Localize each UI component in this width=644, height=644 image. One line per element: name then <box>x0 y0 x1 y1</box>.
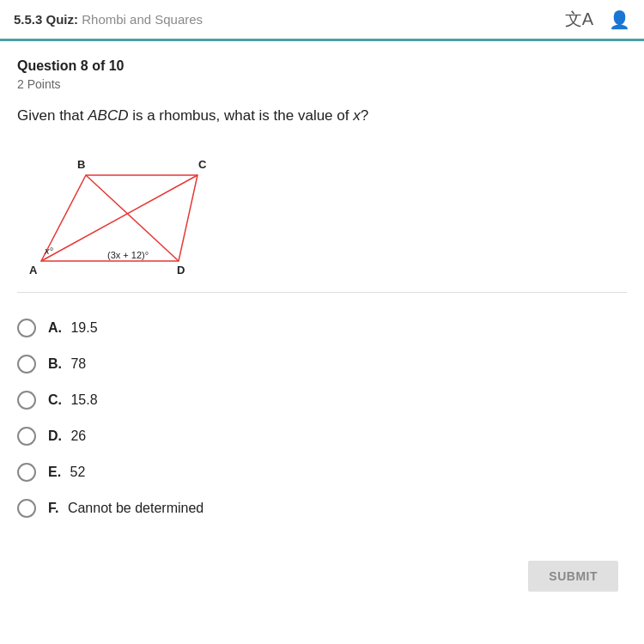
quiz-name: Rhombi and Squares <box>82 12 203 27</box>
profile-icon[interactable]: 👤 <box>609 9 630 30</box>
radio-F[interactable] <box>17 499 36 518</box>
q-italic1: ABCD <box>88 107 128 124</box>
option-B[interactable]: B. 78 <box>17 346 627 382</box>
divider <box>17 292 627 293</box>
options-list: A. 19.5 B. 78 C. 15.8 D. 26 <box>17 310 627 526</box>
q-end: ? <box>361 107 368 124</box>
radio-D[interactable] <box>17 427 36 446</box>
points-label: 2 Points <box>17 77 627 91</box>
angle-x: x° <box>44 246 54 256</box>
svg-line-2 <box>86 175 179 261</box>
option-F-text: F. Cannot be determined <box>48 501 204 516</box>
question-label: Question 8 of 10 <box>17 58 627 74</box>
option-E-value: 52 <box>70 465 86 479</box>
option-B-value: 78 <box>70 356 86 371</box>
radio-A[interactable] <box>17 319 36 337</box>
option-B-text: B. 78 <box>48 356 86 372</box>
option-C-text: C. 15.8 <box>48 392 98 408</box>
question-text: Given that ABCD is a rhombus, what is th… <box>17 105 627 127</box>
option-C-value: 15.8 <box>70 392 97 407</box>
option-C[interactable]: C. 15.8 <box>17 382 627 418</box>
svg-line-1 <box>41 175 197 261</box>
option-E[interactable]: E. 52 <box>17 454 627 490</box>
radio-B[interactable] <box>17 355 36 374</box>
q-prefix: Given that <box>17 107 88 124</box>
quiz-title: 5.5.3 Quiz: Rhombi and Squares <box>14 12 203 27</box>
diagram-container: A B C D x° (3x + 12)° <box>17 143 627 283</box>
label-D: D <box>177 264 185 276</box>
angle-3x12: (3x + 12)° <box>107 250 149 260</box>
option-D-text: D. 26 <box>48 428 86 444</box>
radio-C[interactable] <box>17 391 36 410</box>
submit-button[interactable]: SUBMIT <box>528 561 618 592</box>
top-bar: 5.5.3 Quiz: Rhombi and Squares 文A 👤 <box>0 0 644 41</box>
top-bar-icons: 文A 👤 <box>565 8 630 31</box>
quiz-section: 5.5.3 Quiz: <box>14 12 78 27</box>
option-F[interactable]: F. Cannot be determined <box>17 490 627 526</box>
label-A: A <box>29 264 38 276</box>
submit-area: SUBMIT <box>17 552 627 609</box>
option-A-text: A. 19.5 <box>48 320 98 336</box>
option-D-value: 26 <box>70 428 86 443</box>
option-A[interactable]: A. 19.5 <box>17 310 627 346</box>
q-italic2: x <box>353 107 361 124</box>
translate-icon[interactable]: 文A <box>565 8 593 31</box>
q-suffix: is a rhombus, what is the value of <box>128 107 353 124</box>
option-A-value: 19.5 <box>70 320 97 335</box>
rhombus-diagram: A B C D x° (3x + 12)° <box>26 143 223 280</box>
content-area: Question 8 of 10 2 Points Given that ABC… <box>0 41 644 626</box>
label-C: C <box>198 158 207 171</box>
label-B: B <box>77 158 85 171</box>
option-E-text: E. 52 <box>48 465 85 480</box>
radio-E[interactable] <box>17 463 36 482</box>
option-F-value: Cannot be determined <box>68 501 204 515</box>
option-D[interactable]: D. 26 <box>17 418 627 454</box>
